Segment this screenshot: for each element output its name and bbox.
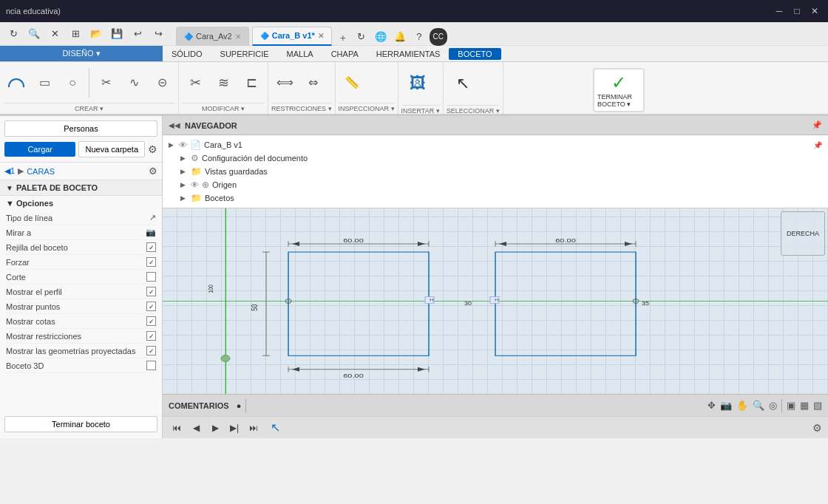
options-title[interactable]: ▼ Opciones bbox=[6, 199, 156, 208]
tree-row-cara-bv1[interactable]: ▶ 👁 📄 Cara_B v1 📌 bbox=[163, 138, 828, 151]
breadcrumb-settings-icon[interactable]: ⚙ bbox=[149, 166, 157, 177]
ribbon-btn-ruler1[interactable]: ⟺ bbox=[271, 67, 298, 99]
tree-row-vistas[interactable]: ▶ 📁 Vistas guardadas bbox=[163, 165, 828, 178]
insertar-label[interactable]: INSERTAR ▾ bbox=[401, 105, 440, 116]
navigator-collapse-btn[interactable]: ◀◀ bbox=[169, 121, 180, 129]
refresh-button[interactable]: ↻ bbox=[4, 25, 22, 43]
ribbon-btn-cut[interactable]: ✂ bbox=[92, 67, 119, 99]
tab-cara-bv1[interactable]: 🔷 Cara_B v1* ✕ bbox=[252, 27, 332, 46]
add-tab-button[interactable]: + bbox=[335, 30, 351, 46]
close-doc-button[interactable]: ✕ bbox=[46, 25, 64, 43]
terminar-boceto-button[interactable]: Terminar boceto bbox=[4, 416, 157, 432]
bottom-icon-grid1[interactable]: ▣ bbox=[787, 400, 795, 411]
breadcrumb-caras[interactable]: CARAS bbox=[27, 167, 55, 176]
tab-globe-button[interactable]: 🌐 bbox=[372, 28, 390, 46]
sidebar: Personas Cargar Nueva carpeta ⚙ ◀1 ▶ CAR… bbox=[0, 116, 163, 438]
minimize-button[interactable]: ─ bbox=[772, 4, 787, 18]
tab-cara-av2[interactable]: 🔷 Cara_Av2 ✕ bbox=[176, 27, 249, 46]
close-button[interactable]: ✕ bbox=[807, 4, 822, 18]
save-button[interactable]: 💾 bbox=[108, 25, 126, 43]
option-mostrar-restricciones: Mostrar restricciones bbox=[6, 329, 156, 344]
bottom-icon-circle[interactable]: ◎ bbox=[769, 400, 777, 411]
nav-cursor-icon[interactable]: ↖ bbox=[271, 420, 280, 435]
tab-cara-bv1-close[interactable]: ✕ bbox=[318, 32, 324, 40]
tree-row-config[interactable]: ▶ ⚙ Configuración del documento bbox=[163, 151, 828, 165]
checkbox-mostrar-puntos[interactable] bbox=[146, 302, 156, 311]
checkbox-mostrar-perfil[interactable] bbox=[146, 287, 156, 296]
ribbon-tab-solido[interactable]: SÓLIDO bbox=[163, 48, 211, 60]
restricciones-label[interactable]: RESTRICCIONES ▾ bbox=[271, 103, 332, 114]
bottom-icon-camera[interactable]: 📷 bbox=[720, 400, 732, 411]
grid-button[interactable]: ⊞ bbox=[67, 25, 84, 43]
tree-row-origen[interactable]: ▶ 👁 ⊕ Origen bbox=[163, 178, 828, 191]
design-dropdown[interactable]: DISEÑO ▾ bbox=[0, 46, 163, 61]
seleccionar-label[interactable]: SELECCIONAR ▾ bbox=[447, 105, 500, 116]
sidebar-top: Personas Cargar Nueva carpeta ⚙ bbox=[0, 116, 162, 163]
sidebar-settings-icon[interactable]: ⚙ bbox=[148, 143, 157, 155]
ribbon-btn-trim[interactable]: ⊝ bbox=[149, 67, 175, 99]
redo-button[interactable]: ↪ bbox=[149, 25, 167, 43]
ribbon-btn-rect[interactable]: ▭ bbox=[31, 67, 58, 99]
palette-section[interactable]: ▼ PALETA DE BOCETO bbox=[0, 180, 162, 196]
nav-next-button[interactable]: ▶| bbox=[226, 420, 242, 436]
nav-prev-button[interactable]: ◀ bbox=[188, 420, 204, 436]
tree-eye-icon[interactable]: 👁 bbox=[179, 140, 187, 149]
bottom-icon-grid3[interactable]: ▧ bbox=[813, 400, 822, 411]
tab-cara-av2-close[interactable]: ✕ bbox=[235, 33, 241, 41]
checkbox-corte[interactable] bbox=[146, 272, 156, 282]
inspeccionar-label[interactable]: INSPECCIONAR ▾ bbox=[339, 103, 395, 114]
nav-settings-icon[interactable]: ⚙ bbox=[812, 422, 822, 434]
checkbox-rejilla[interactable] bbox=[146, 242, 156, 252]
nueva-carpeta-button[interactable]: Nueva carpeta bbox=[78, 141, 145, 157]
ribbon-btn-wave[interactable]: ≋ bbox=[210, 67, 237, 99]
ribbon-btn-cursor[interactable]: ↖ bbox=[447, 65, 479, 102]
terminar-boceto-ribbon-btn[interactable]: ✓ TERMINAR BOCETO ▾ bbox=[593, 68, 645, 112]
breadcrumb-back[interactable]: ◀1 bbox=[4, 166, 15, 176]
ribbon-btn-arc[interactable] bbox=[3, 67, 30, 99]
sketch-canvas[interactable]: DERECHA 60.00 bbox=[163, 208, 828, 394]
ribbon-btn-spline[interactable]: ∿ bbox=[121, 67, 147, 99]
tree-pin-icon[interactable]: 📌 bbox=[813, 141, 822, 149]
bottom-icon-grid2[interactable]: ▦ bbox=[800, 400, 809, 411]
tab-refresh-button[interactable]: ↻ bbox=[353, 28, 370, 46]
ribbon-btn-ruler2[interactable]: ⇔ bbox=[299, 67, 326, 99]
tab-notification-button[interactable]: 🔔 bbox=[391, 28, 409, 46]
tab-help-button[interactable]: ? bbox=[410, 28, 428, 46]
ribbon-tab-herramientas[interactable]: HERRAMIENTAS bbox=[367, 48, 449, 60]
crear-label[interactable]: CREAR ▾ bbox=[3, 103, 175, 114]
ribbon-btn-measure[interactable]: 📏 bbox=[339, 67, 365, 99]
ribbon-btn-scissors[interactable]: ✂ bbox=[182, 67, 208, 99]
tree-eye-origen-icon[interactable]: 👁 bbox=[191, 180, 199, 189]
search-button[interactable]: 🔍 bbox=[25, 25, 43, 43]
checkbox-forzar[interactable] bbox=[146, 257, 156, 267]
ribbon-btn-image[interactable]: 🖼 bbox=[401, 65, 434, 102]
bottom-icon-zoom[interactable]: 🔍 bbox=[753, 400, 764, 411]
checkbox-boceto-3d[interactable] bbox=[146, 361, 156, 370]
nav-first-button[interactable]: ⏮ bbox=[169, 420, 185, 436]
open-button[interactable]: 📂 bbox=[87, 25, 105, 43]
ribbon-tab-superficie[interactable]: SUPERFICIE bbox=[211, 48, 278, 60]
mirar-a-icon[interactable]: 📷 bbox=[146, 228, 156, 237]
checkbox-mostrar-restricciones[interactable] bbox=[146, 331, 156, 341]
checkbox-mostrar-geometrias[interactable] bbox=[146, 346, 156, 355]
ribbon-btn-circle[interactable]: ○ bbox=[59, 67, 86, 99]
personas-button[interactable]: Personas bbox=[4, 120, 157, 137]
undo-button[interactable]: ↩ bbox=[129, 25, 146, 43]
tipo-linea-icon[interactable]: ↗ bbox=[149, 213, 156, 222]
cargar-button[interactable]: Cargar bbox=[4, 142, 75, 157]
nav-play-button[interactable]: ▶ bbox=[207, 420, 223, 436]
nav-last-button[interactable]: ⏭ bbox=[245, 420, 262, 436]
tree-row-bocetos[interactable]: ▶ 📁 Bocetos bbox=[163, 191, 828, 205]
bottom-icon-move[interactable]: ✥ bbox=[707, 400, 716, 411]
comments-label: COMENTARIOS bbox=[169, 401, 229, 410]
maximize-button[interactable]: □ bbox=[790, 4, 804, 18]
modificar-label[interactable]: MODIFICAR ▾ bbox=[182, 103, 265, 114]
navigator-pin-icon[interactable]: 📌 bbox=[812, 120, 822, 130]
tab-cc-button[interactable]: CC bbox=[430, 28, 447, 46]
ribbon-tab-chapa[interactable]: CHAPA bbox=[322, 48, 367, 60]
bottom-icon-hand[interactable]: ✋ bbox=[736, 400, 748, 411]
ribbon-tab-boceto[interactable]: BOCETO bbox=[449, 48, 500, 60]
ribbon-btn-pipe[interactable]: ⊏ bbox=[238, 67, 265, 99]
checkbox-mostrar-cotas[interactable] bbox=[146, 316, 156, 326]
ribbon-tab-malla[interactable]: MALLA bbox=[278, 48, 322, 60]
